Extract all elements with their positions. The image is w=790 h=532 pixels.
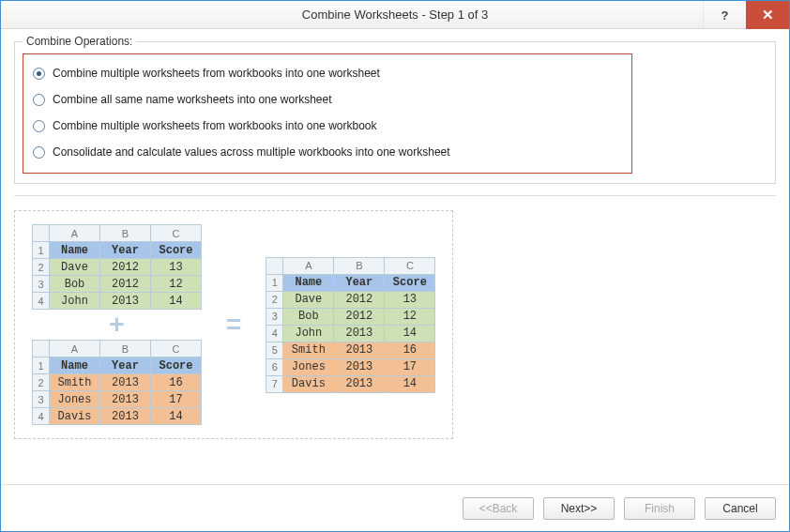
plus-icon: + [103,312,129,338]
data-cell: 2013 [334,325,385,342]
data-cell: 2013 [100,408,151,425]
source-table-1: A B C 1 Name Year Score [32,224,202,310]
row-header: 1 [266,274,283,291]
data-cell: 2013 [100,374,151,391]
preview-box: A B C 1 Name Year Score [14,210,453,439]
radio-icon [33,94,45,106]
data-cell: 12 [385,308,435,325]
header-cell: Score [151,242,202,259]
data-cell: Davis [50,408,100,425]
data-cell: Smith [283,342,334,358]
data-cell: 17 [385,358,435,375]
cancel-button[interactable]: Cancel [705,497,776,520]
footer: <<Back Next>> Finish Cancel [1,484,789,531]
data-cell: 16 [151,374,202,391]
corner-cell [266,257,283,274]
col-header: C [151,225,202,242]
data-cell: 14 [151,408,202,425]
row-header: 2 [266,291,283,308]
corner-cell [33,341,50,357]
radio-icon [33,120,45,132]
data-cell: 2013 [334,342,385,358]
header-cell: Score [385,274,435,291]
back-button[interactable]: <<Back [463,497,534,520]
data-cell: 12 [151,276,202,293]
row-header: 2 [33,259,50,276]
data-cell: 14 [385,325,435,342]
group-label: Combine Operations: [23,35,136,48]
col-header: B [100,341,151,357]
data-cell: John [50,293,100,310]
data-cell: Jones [50,391,100,408]
window-controls: ? ✕ [703,1,789,28]
radio-label: Consolidate and calculate values across … [53,145,450,159]
row-header: 3 [266,308,283,325]
data-cell: Dave [50,259,100,276]
equals-icon: = [220,312,247,338]
finish-button[interactable]: Finish [624,497,695,520]
close-button[interactable]: ✕ [746,1,789,29]
data-cell: Dave [283,291,334,308]
data-cell: 16 [385,342,435,358]
next-button[interactable]: Next>> [543,497,615,520]
option-combine-into-one-worksheet[interactable]: Combine multiple worksheets from workboo… [33,60,622,86]
radio-label: Combine multiple worksheets from workboo… [53,119,377,132]
header-cell: Name [283,274,334,291]
radio-icon [33,146,45,159]
col-header: B [100,225,151,242]
col-header: C [385,257,435,274]
result-table: A B C 1 Name Year Score 2 Dav [266,257,435,393]
preview-area: A B C 1 Name Year Score [14,203,776,484]
radio-label: Combine multiple worksheets from workboo… [53,67,380,80]
source-table-2: A B C 1 Name Year Score [32,340,202,425]
row-header: 5 [266,342,283,358]
option-combine-same-name[interactable]: Combine all same name worksheets into on… [33,86,622,113]
header-cell: Name [50,357,100,374]
data-cell: 14 [151,293,202,310]
row-header: 4 [266,325,283,342]
data-cell: 13 [385,291,435,308]
data-cell: Bob [283,308,334,325]
header-cell: Year [100,357,151,374]
radio-icon [33,68,45,80]
row-header: 4 [33,408,50,425]
header-cell: Year [334,274,385,291]
row-header: 3 [33,391,50,408]
combine-operations-group: Combine Operations: Combine multiple wor… [14,35,776,184]
row-header: 3 [33,276,50,293]
data-cell: 2012 [334,308,385,325]
row-header: 2 [33,374,50,391]
titlebar: Combine Worksheets - Step 1 of 3 ? ✕ [1,1,789,29]
separator [14,190,776,201]
row-header: 1 [33,357,50,374]
col-header: A [283,257,334,274]
col-header: A [50,341,100,357]
window-title: Combine Worksheets - Step 1 of 3 [302,8,488,22]
data-cell: 2013 [100,293,151,310]
radio-label: Combine all same name worksheets into on… [53,93,331,106]
data-cell: 2013 [334,375,385,392]
row-header: 6 [266,358,283,375]
row-header: 1 [33,242,50,259]
data-cell: 2012 [100,276,151,293]
data-cell: Davis [283,375,334,392]
header-cell: Name [50,242,100,259]
data-cell: Bob [50,276,100,293]
data-cell: 2013 [100,391,151,408]
content-area: Combine Operations: Combine multiple wor… [1,29,789,484]
help-button[interactable]: ? [703,1,746,29]
highlight-box: Combine multiple worksheets from workboo… [23,53,632,174]
col-header: C [151,341,202,357]
data-cell: John [283,325,334,342]
data-cell: 17 [151,391,202,408]
option-combine-into-one-workbook[interactable]: Combine multiple worksheets from workboo… [33,113,622,139]
col-header: B [334,257,385,274]
data-cell: Smith [50,374,100,391]
data-cell: 2012 [100,259,151,276]
corner-cell [33,225,50,242]
data-cell: 2012 [334,291,385,308]
data-cell: 14 [385,375,435,392]
option-consolidate-values[interactable]: Consolidate and calculate values across … [33,139,622,165]
source-tables-stack: A B C 1 Name Year Score [32,224,202,425]
data-cell: Jones [283,358,334,375]
